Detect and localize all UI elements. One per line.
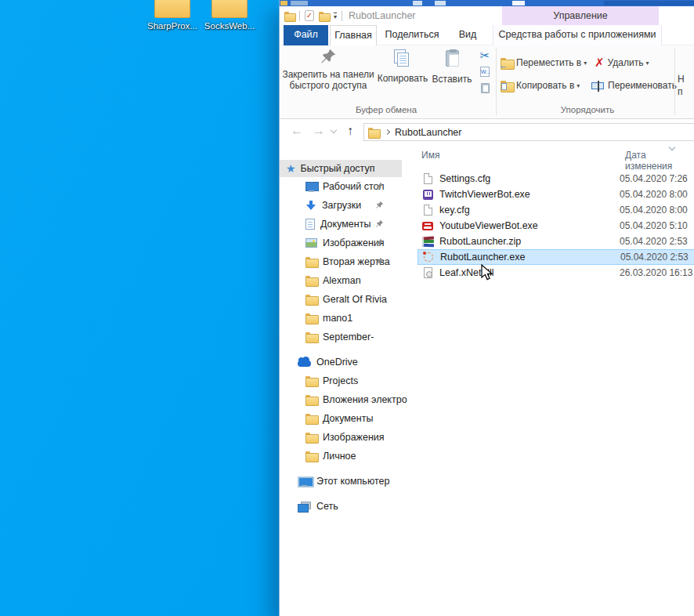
sidebar-item-label: Этот компьютер (316, 476, 389, 487)
folder-icon (305, 451, 317, 461)
tab-application-tools[interactable]: Средства работы с приложениями (493, 25, 662, 45)
delete-button[interactable]: ✗ Удалить ▾ (595, 53, 649, 72)
background-window-strip (280, 0, 694, 6)
address-bar[interactable]: RubotLauncher (363, 123, 694, 141)
copy-to-label: Копировать в (516, 80, 574, 91)
breadcrumb-chevron-icon (385, 129, 390, 135)
folder-icon (305, 257, 317, 266)
manage-contextual-tab[interactable]: Управление (502, 6, 659, 25)
sidebar-item-alexman[interactable]: Alexman (280, 271, 411, 290)
sidebar-item-this-pc[interactable]: Этот компьютер (280, 472, 411, 491)
sidebar-item-label: Документы (320, 219, 370, 230)
new-folder-label-cut[interactable]: Н (678, 74, 685, 85)
copy-path-button[interactable]: W.. (475, 63, 494, 80)
clipboard-group-label: Буфер обмена (280, 105, 493, 114)
file-row[interactable]: TwitchViewerBot.exe 05.04.2020 8:00 (417, 187, 694, 202)
folder-icon (305, 295, 317, 304)
onedrive-cloud-icon (298, 361, 311, 367)
new-folder-icon[interactable] (319, 12, 329, 20)
title-bar: ✓ ▾ RubotLauncher Управление (280, 6, 694, 25)
rename-icon (591, 82, 604, 89)
properties-check-icon[interactable]: ✓ (305, 10, 314, 21)
tab-file[interactable]: Файл (284, 25, 328, 45)
sidebar-item-lichnoe[interactable]: Личное (280, 447, 411, 466)
up-button[interactable]: ↑ (347, 123, 353, 139)
sidebar-item-september[interactable]: September- (280, 328, 411, 346)
file-date: 05.04.2020 8:00 (620, 205, 688, 216)
ribbon-tab-row: Файл Главная Поделиться Вид Средства раб… (280, 25, 694, 45)
forward-button[interactable]: → (313, 123, 325, 139)
rubot-app-icon (424, 252, 433, 262)
sidebar-item-network[interactable]: Сеть (280, 497, 411, 516)
sidebar-item-label: Projects (323, 375, 358, 386)
tab-home[interactable]: Главная (330, 25, 377, 45)
file-name: RubotLauncher.zip (439, 236, 521, 247)
sidebar-item-documents[interactable]: Документы (280, 215, 411, 234)
group-separator (674, 48, 675, 115)
sidebar-item-desktop[interactable]: Рабочий стол (280, 177, 411, 196)
file-row[interactable]: Settings.cfg 05.04.2020 7:26 (417, 171, 694, 187)
folder-icon (368, 128, 379, 137)
pushpin-icon (320, 47, 337, 66)
copy-to-button[interactable]: Копировать в ▾ (501, 76, 580, 95)
breadcrumb[interactable]: RubotLauncher (395, 127, 461, 138)
cut-button[interactable]: ✂ (475, 47, 494, 63)
cfg-file-icon (424, 205, 432, 216)
move-to-button[interactable]: ← Переместить в ▾ (501, 53, 587, 72)
separator (299, 11, 300, 21)
desktop-icon-socksweb[interactable]: SocksWeb... (201, 0, 258, 31)
twitch-app-icon (423, 190, 433, 200)
sidebar-item-vlozheniya[interactable]: Вложения электро (280, 390, 411, 409)
pin-label-line1: Закрепить на панели (281, 69, 375, 80)
sidebar-item-label: Изображения (323, 432, 385, 443)
pin-icon (375, 201, 384, 209)
rename-label: Переименовать (608, 80, 677, 91)
file-row-selected[interactable]: RubotLauncher.exe 05.04.2020 2:53 (417, 249, 694, 265)
file-row[interactable]: RubotLauncher.zip 05.04.2020 2:53 (417, 234, 694, 249)
move-to-label: Переместить в (516, 57, 581, 68)
tab-share[interactable]: Поделиться (378, 25, 446, 45)
paste-button[interactable]: Вставить (430, 47, 474, 103)
pin-icon (375, 182, 384, 190)
sidebar-item-projects[interactable]: Projects (280, 371, 411, 390)
new-folder-label-cut[interactable]: п (678, 86, 683, 97)
documents-icon (305, 219, 315, 230)
winrar-archive-icon (422, 237, 434, 247)
recent-locations-chevron-icon[interactable] (331, 127, 337, 133)
customize-qat-chevron-icon[interactable]: ▾ (334, 13, 337, 20)
dll-file-icon (424, 267, 432, 278)
sidebar-item-quick-access[interactable]: ★ Быстрый доступ (280, 160, 402, 177)
sidebar-item-label: OneDrive (316, 357, 358, 368)
pin-icon (375, 219, 384, 228)
file-row[interactable]: key.cfg 05.04.2020 8:00 (417, 202, 694, 218)
quick-access-toolbar: ✓ ▾ RubotLauncher (284, 8, 416, 24)
sidebar-item-vtoraya-zhertva[interactable]: Вторая жертва (280, 252, 411, 271)
column-header-name[interactable]: Имя (421, 150, 439, 161)
back-button[interactable]: ← (291, 123, 303, 139)
sidebar-item-pictures-onedrive[interactable]: Изображения (280, 428, 411, 447)
folder-icon[interactable] (284, 12, 295, 20)
copy-path-icon: W.. (480, 67, 490, 77)
rename-button[interactable]: Переименовать (591, 76, 677, 95)
sidebar-item-documents-onedrive[interactable]: Документы (280, 409, 411, 428)
column-header-date[interactable]: Дата изменения (625, 150, 694, 172)
sidebar-item-downloads[interactable]: Загрузки (280, 196, 411, 215)
tab-view[interactable]: Вид (447, 25, 488, 45)
pin-to-quick-access-button[interactable]: Закрепить на панели быстрого доступа (281, 47, 375, 103)
dropdown-caret-icon: ▾ (577, 82, 580, 89)
sidebar-item-onedrive[interactable]: OneDrive (280, 353, 411, 371)
sidebar-item-label: Geralt Of Rivia (323, 294, 387, 305)
sidebar-item-mano1[interactable]: mano1 (280, 309, 411, 328)
copy-button[interactable]: Копировать (375, 47, 430, 103)
desktop-icon-label: SharpProx... (144, 21, 201, 31)
file-row[interactable]: Leaf.xNet.dll 26.03.2020 16:13 (417, 265, 694, 281)
paste-shortcut-button[interactable] (475, 80, 494, 96)
youtube-app-icon (422, 222, 433, 230)
desktop-icon-sharpprox[interactable]: SharpProx... (144, 0, 201, 31)
file-row[interactable]: YoutubeViewerBot.exe 05.04.2020 5:10 (417, 218, 694, 234)
sidebar-item-geralt-of-rivia[interactable]: Geralt Of Rivia (280, 290, 411, 309)
quick-access-star-icon: ★ (286, 162, 296, 175)
sidebar-item-pictures[interactable]: Изображения (280, 234, 411, 252)
folder-icon (305, 414, 317, 423)
this-pc-icon (298, 476, 311, 487)
